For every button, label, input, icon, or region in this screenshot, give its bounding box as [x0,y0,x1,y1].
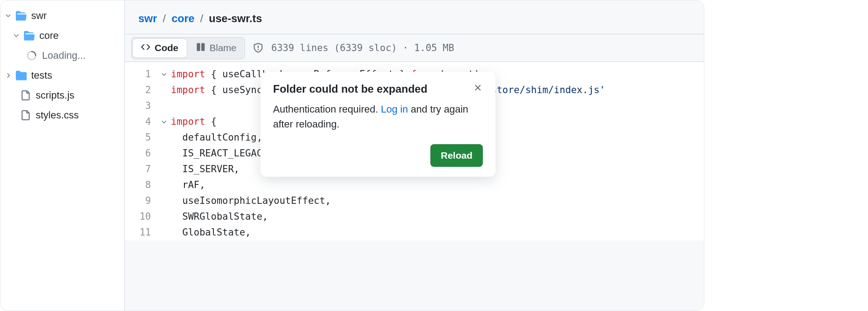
spinner-icon [27,51,37,61]
code-text: IS_REACT_LEGACY, [171,146,274,161]
shield-icon[interactable] [253,43,263,53]
breadcrumb-root[interactable]: swr [138,12,157,24]
tree-label: core [39,30,59,42]
line-number[interactable]: 9 [125,193,157,209]
view-toggle: Code Blame [131,37,245,59]
tree-label: scripts.js [36,90,75,101]
tree-item-swr[interactable]: swr [0,6,124,26]
tree-item-core[interactable]: core [0,26,124,46]
code-line: 10 SWRGlobalState, [125,209,704,225]
code-text: rAF, [171,177,205,193]
code-text: import { [171,114,217,130]
chevron-down-icon [3,11,13,21]
breadcrumb-folder[interactable]: core [171,12,194,24]
code-line: 9 useIsomorphicLayoutEffect, [125,193,704,209]
line-number[interactable]: 5 [125,130,157,146]
breadcrumb: swr / core / use-swr.ts [125,0,704,34]
code-text: GlobalState, [171,225,251,240]
main-panel: swr / core / use-swr.ts Code Blame [125,0,704,311]
fold-toggle[interactable] [157,71,171,78]
breadcrumb-sep: / [200,12,203,24]
tree-label: swr [31,10,47,22]
chevron-down-icon [11,31,21,41]
line-number[interactable]: 4 [125,114,157,130]
file-toolbar: Code Blame 6339 lines (6339 sloc) · 1.05… [125,34,704,62]
tree-item-styles[interactable]: styles.css [0,105,124,125]
breadcrumb-current: use-swr.ts [209,12,262,24]
code-line: 8 rAF, [125,177,704,193]
file-icon [20,90,30,100]
folder-open-icon [24,30,35,41]
code-icon [141,42,150,54]
login-link[interactable]: Log in [381,104,408,115]
loading-label: Loading... [42,50,86,61]
breadcrumb-sep: / [163,12,166,24]
code-text: IS_SERVER, [171,161,240,177]
file-tree: swr core [0,0,125,311]
dialog-body-prefix: Authentication required. [273,104,381,115]
folder-icon [16,70,27,81]
line-number[interactable]: 8 [125,177,157,193]
file-icon [20,110,30,120]
blame-tab[interactable]: Blame [188,38,245,59]
dialog-title: Folder could not be expanded [273,83,427,95]
tree-item-tests[interactable]: tests [0,66,124,85]
line-number[interactable]: 11 [125,225,157,240]
tree-label: styles.css [36,109,79,121]
line-number[interactable]: 10 [125,209,157,225]
line-number[interactable]: 7 [125,161,157,177]
fold-toggle[interactable] [157,118,171,126]
code-text: defaultConfig, [171,130,262,146]
file-stats: 6339 lines (6339 sloc) · 1.05 MB [271,42,454,53]
app-frame: swr core [0,0,704,311]
blame-icon [196,42,205,54]
code-tab[interactable]: Code [133,39,187,57]
line-number[interactable]: 6 [125,146,157,161]
close-icon[interactable] [473,83,483,93]
line-number[interactable]: 2 [125,82,157,98]
code-text: useIsomorphicLayoutEffect, [171,193,331,209]
folder-open-icon [16,10,27,21]
line-number[interactable]: 3 [125,98,157,114]
reload-button[interactable]: Reload [430,144,483,167]
code-text: SWRGlobalState, [171,209,268,225]
chevron-right-icon [3,71,13,80]
tree-item-scripts[interactable]: scripts.js [0,85,124,105]
error-dialog: Folder could not be expanded Authenticat… [260,72,495,177]
line-number[interactable]: 1 [125,66,157,82]
blame-tab-label: Blame [210,42,237,53]
tree-label: tests [31,70,52,81]
code-line: 11 GlobalState, [125,225,704,240]
code-tab-label: Code [155,42,179,53]
dialog-body: Authentication required. Log in and try … [273,102,483,132]
tree-item-loading: Loading... [0,46,124,66]
